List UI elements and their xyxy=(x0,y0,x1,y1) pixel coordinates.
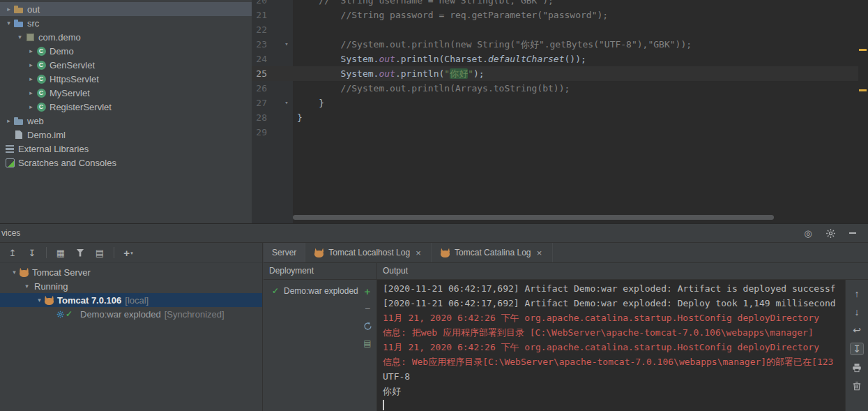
project-tree-item-registerservlet[interactable]: ▸RegisterServlet xyxy=(0,100,252,114)
toolbar-separator xyxy=(114,247,114,258)
output-console[interactable]: [2020-11-21 06:42:17,692] Artifact Demo:… xyxy=(377,280,845,411)
code-line: System.out.println("你好"); xyxy=(294,66,868,81)
project-tree-item-external-libraries[interactable]: External Libraries xyxy=(0,142,252,156)
tree-item-label: Demo xyxy=(50,46,74,57)
filter-icon[interactable] xyxy=(75,247,86,258)
group-by-icon[interactable]: ▦ xyxy=(55,247,66,258)
tree-item-label: HttpsServlet xyxy=(50,74,99,84)
console-line: 你好 xyxy=(383,384,845,398)
clear-icon[interactable] xyxy=(851,380,863,391)
scroll-to-end-icon[interactable]: ↧ xyxy=(850,343,864,355)
services-titlebar: vices ◎ xyxy=(0,224,868,243)
code-line: //String password = req.getParameter("pa… xyxy=(294,8,868,22)
gear-icon[interactable] xyxy=(825,227,836,239)
chevron-right-icon[interactable]: ▸ xyxy=(26,45,36,57)
tree-item-label: src xyxy=(27,18,39,29)
project-tree-item-genservlet[interactable]: ▸GenServlet xyxy=(0,58,252,72)
soft-wrap-icon[interactable]: ↩ xyxy=(851,324,863,336)
tab-server[interactable]: Server xyxy=(264,243,305,262)
folder-src-icon xyxy=(13,17,24,29)
warning-stripe-mark[interactable] xyxy=(859,49,867,51)
services-titlebar-icons: ◎ xyxy=(802,227,868,239)
project-tree: ▸out▾src▾com.demo▸Demo▸GenServlet▸HttpsS… xyxy=(0,2,252,170)
services-toolbar: ↥↧▦▤+ xyxy=(0,243,262,263)
project-tree-item-demo[interactable]: ▸Demo xyxy=(0,44,252,58)
chevron-right-icon[interactable]: ▸ xyxy=(26,73,36,84)
project-tree-item-com-demo[interactable]: ▾com.demo xyxy=(0,30,252,44)
code-line xyxy=(294,22,868,37)
tree-item-label: Demo.iml xyxy=(27,130,66,140)
tree-item-label: out xyxy=(27,4,40,15)
hide-icon[interactable] xyxy=(847,227,858,239)
chevron-down-icon[interactable]: ▾ xyxy=(15,31,24,43)
chevron-right-icon[interactable]: ▸ xyxy=(26,59,36,70)
iml-file-icon xyxy=(13,129,24,140)
console-line: UTF-8 xyxy=(383,369,845,384)
close-icon[interactable]: × xyxy=(414,247,422,258)
show-options-icon[interactable]: ▤ xyxy=(94,247,105,258)
scratches-icon xyxy=(4,157,15,168)
chevron-down-icon[interactable]: ▾ xyxy=(35,294,44,306)
tree-item-label: MyServlet xyxy=(50,88,90,98)
close-icon[interactable]: × xyxy=(535,247,544,258)
tree-item-label: RegisterServlet xyxy=(50,102,112,112)
print-icon[interactable] xyxy=(851,362,863,373)
deploy-add-icon[interactable]: + xyxy=(362,285,373,297)
services-tree-item-demo-war-exploded[interactable]: ✓Demo:war exploded[Synchronized] xyxy=(0,307,262,321)
project-tree-item-httpsservlet[interactable]: ▸HttpsServlet xyxy=(0,72,252,86)
editor-gutter xyxy=(252,0,293,223)
chevron-right-icon[interactable]: ▸ xyxy=(4,3,13,15)
expand-all-icon[interactable]: ↧ xyxy=(26,247,38,258)
code-editor[interactable]: 20212223▾24252627▾2829 // String usernam… xyxy=(252,0,868,223)
tomcat-icon xyxy=(19,267,29,278)
code-area[interactable]: // String username = new String(bt,"GBK"… xyxy=(294,0,868,223)
code-line: //System.out.println(Arrays.toString(bt)… xyxy=(294,81,868,96)
chevron-right-icon[interactable]: ▸ xyxy=(4,115,13,126)
collapse-all-icon[interactable]: ↥ xyxy=(7,247,18,258)
chevron-down-icon[interactable]: ▾ xyxy=(4,17,13,29)
scroll-down-icon[interactable]: ↓ xyxy=(851,306,863,317)
tree-item-label: Tomcat 7.0.106 xyxy=(57,295,121,306)
deployment-item[interactable]: ✓Demo:war exploded xyxy=(264,285,358,297)
project-tree-item-web[interactable]: ▸web xyxy=(0,114,252,128)
tomcat-icon xyxy=(440,248,450,258)
tree-item-suffix: [Synchronized] xyxy=(165,309,224,320)
class-icon xyxy=(36,73,47,84)
deployment-item-label: Demo:war exploded xyxy=(284,286,358,296)
server-view: Deployment Output ✓Demo:war exploded +−▤… xyxy=(264,263,868,411)
scroll-up-icon[interactable]: ↑ xyxy=(851,288,863,299)
chevron-down-icon[interactable]: ▾ xyxy=(22,281,31,292)
undeploy-icon[interactable]: − xyxy=(362,303,373,314)
services-tree: ▾Tomcat Server▾Running▾Tomcat 7.0.106[lo… xyxy=(0,263,262,411)
project-tree-panel: ▸out▾src▾com.demo▸Demo▸GenServlet▸HttpsS… xyxy=(0,0,252,223)
project-tree-item-out[interactable]: ▸out xyxy=(0,2,252,16)
edit-config-icon[interactable]: ▤ xyxy=(362,338,373,349)
project-tree-item-src[interactable]: ▾src xyxy=(0,16,252,30)
services-tree-item-running[interactable]: ▾Running xyxy=(0,279,262,293)
code-line: } xyxy=(294,110,868,125)
check-icon: ✓ xyxy=(66,310,75,318)
view-options-icon[interactable]: ◎ xyxy=(802,227,814,239)
redeploy-icon[interactable] xyxy=(362,320,373,331)
tomcat-icon xyxy=(44,295,54,306)
tab-tomcat-localhost-log[interactable]: Tomcat Localhost Log× xyxy=(305,243,432,262)
services-tree-item-tomcat-server[interactable]: ▾Tomcat Server xyxy=(0,265,262,279)
chevron-down-icon[interactable]: ▾ xyxy=(10,267,19,278)
console-line: 11月 21, 2020 6:42:26 下午 org.apache.catal… xyxy=(383,340,845,354)
warning-stripe-mark[interactable] xyxy=(859,89,867,91)
folder-web-icon xyxy=(13,115,24,126)
project-tree-item-demo-iml[interactable]: Demo.iml xyxy=(0,128,252,142)
console-line: 信息: 把web 应用程序部署到目录 [C:\WebServer\apache-… xyxy=(383,325,845,340)
tree-item-label: External Libraries xyxy=(18,144,89,154)
project-tree-item-scratches-and-consoles[interactable]: Scratches and Consoles xyxy=(0,156,252,170)
tree-item-label: GenServlet xyxy=(50,60,95,70)
tab-tomcat-catalina-log[interactable]: Tomcat Catalina Log× xyxy=(432,243,552,262)
project-tree-item-myservlet[interactable]: ▸MyServlet xyxy=(0,86,252,100)
add-service-icon[interactable]: + xyxy=(123,247,134,258)
toolbar-separator xyxy=(46,247,47,258)
code-line: System.out.println(Charset.defaultCharse… xyxy=(294,52,868,66)
chevron-right-icon[interactable]: ▸ xyxy=(26,87,36,98)
chevron-right-icon[interactable]: ▸ xyxy=(26,101,36,112)
editor-horizontal-scrollbar[interactable] xyxy=(293,215,774,220)
services-tree-item-tomcat-7-0-106[interactable]: ▾Tomcat 7.0.106[local] xyxy=(0,293,262,307)
